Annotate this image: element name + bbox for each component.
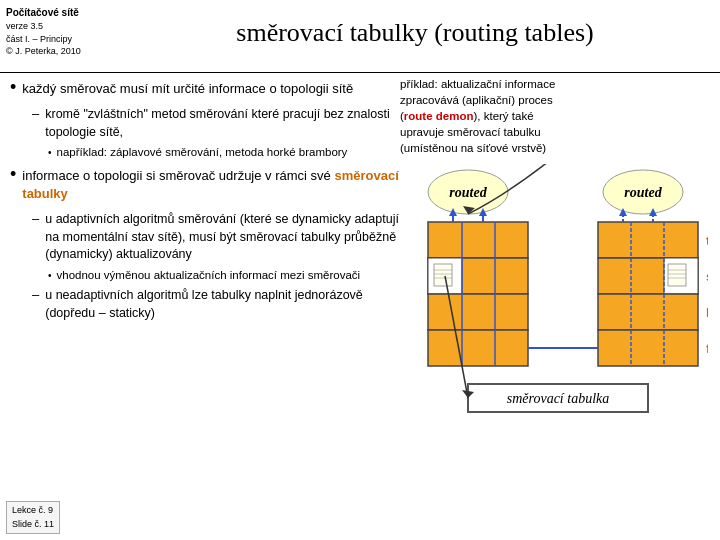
sub-sub-list-1: • například: záplavové směrování, metoda… xyxy=(48,145,400,161)
brand-version: verze 3.5 xyxy=(6,20,81,33)
annotation-line1: příklad: aktualizační informace xyxy=(400,78,555,90)
bullet-dot-2: • xyxy=(10,165,16,183)
page-title: směrovací tabulky (routing tables) xyxy=(120,18,710,48)
svg-rect-2 xyxy=(428,222,528,258)
svg-rect-9 xyxy=(428,294,528,330)
sub-sub-text-2: vhodnou výměnou aktualizačních informací… xyxy=(57,268,361,284)
bullet-text-1: každý směrovač musí mít určité informace… xyxy=(22,80,400,98)
left-content: • každý směrovač musí mít určité informa… xyxy=(10,80,400,500)
sub-sub-item-1: • například: záplavové směrování, metoda… xyxy=(48,145,400,161)
svg-text:fyzická: fyzická xyxy=(706,341,708,356)
bullet-text-2: informace o topologii si směrovač udržuj… xyxy=(22,167,400,203)
routed-right-label: routed xyxy=(624,185,662,200)
brand-author: © J. Peterka, 2010 xyxy=(6,45,81,58)
sub-text-2-1: u adaptivních algoritmů směrování (které… xyxy=(45,211,400,264)
svg-rect-14 xyxy=(668,264,686,286)
svg-rect-19 xyxy=(598,330,698,366)
svg-text:směrovací tabulka: směrovací tabulka xyxy=(506,391,609,406)
sub-sub-text-1: například: záplavové směrování, metoda h… xyxy=(57,145,348,161)
highlight-smerovaci: směrovací tabulky xyxy=(22,168,398,201)
bullet-2: • informace o topologii si směrovač udrž… xyxy=(10,167,400,203)
svg-rect-5 xyxy=(434,264,452,286)
routed-left-label: routed xyxy=(449,185,487,200)
annotation-line2: zpracovává (aplikační) proces xyxy=(400,94,553,106)
diagram-svg: routed routed transportní xyxy=(408,164,708,474)
sub-item-2-2: – u neadaptivních algoritmů lze tabulky … xyxy=(32,287,400,322)
annotation-line4: upravuje směrovací tabulku xyxy=(400,126,541,138)
svg-text:síťová: síťová xyxy=(706,269,708,284)
footer-lecture: Lekce č. 9 xyxy=(12,504,54,518)
brand-part: část I. – Principy xyxy=(6,33,81,46)
brand-title: Počítačové sítě xyxy=(6,6,81,20)
svg-rect-11 xyxy=(598,222,698,258)
footer-slide: Slide č. 11 xyxy=(12,518,54,532)
right-content: příklad: aktualizační informace zpracová… xyxy=(400,76,715,510)
annotation-route-demon: route demon xyxy=(404,110,474,122)
svg-rect-18 xyxy=(598,294,698,330)
sub-text-1-1: kromě "zvláštních" metod směrování které… xyxy=(45,106,400,141)
sub-text-2-2: u neadaptivních algoritmů lze tabulky na… xyxy=(45,287,400,322)
branding: Počítačové sítě verze 3.5 část I. – Prin… xyxy=(6,6,81,58)
sub-item-1-1: – kromě "zvláštních" metod směrování kte… xyxy=(32,106,400,141)
svg-rect-10 xyxy=(428,330,528,366)
divider xyxy=(0,72,720,73)
annotation-line5: (umístěnou na síťové vrstvě) xyxy=(400,142,546,154)
svg-text:linková: linková xyxy=(706,305,708,320)
sub-sub-item-2: • vhodnou výměnou aktualizačních informa… xyxy=(48,268,400,284)
footer: Lekce č. 9 Slide č. 11 xyxy=(6,501,60,534)
annotation-text: příklad: aktualizační informace zpracová… xyxy=(400,76,715,156)
sub-sub-list-2: • vhodnou výměnou aktualizačních informa… xyxy=(48,268,400,284)
sub-list-2: – u adaptivních algoritmů směrování (kte… xyxy=(32,211,400,322)
sub-list-1: – kromě "zvláštních" metod směrování kte… xyxy=(32,106,400,161)
bullet-1: • každý směrovač musí mít určité informa… xyxy=(10,80,400,98)
sub-item-2-1: – u adaptivních algoritmů směrování (kte… xyxy=(32,211,400,264)
svg-text:transportní: transportní xyxy=(706,233,708,248)
bullet-dot-1: • xyxy=(10,78,16,96)
